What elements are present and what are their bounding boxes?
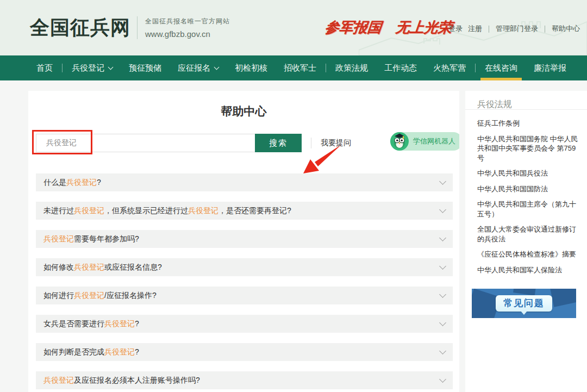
- nav-item-5[interactable]: 招收军士: [276, 55, 324, 80]
- faq-row-4[interactable]: 如何进行兵役登记/应征报名操作?: [36, 287, 453, 304]
- site-logo[interactable]: 全国征兵网: [30, 15, 130, 41]
- sidebar-link-3[interactable]: 中华人民共和国国防法: [477, 184, 582, 194]
- faq-highlight: 兵役登记: [104, 319, 135, 328]
- sidebar-link-0[interactable]: 征兵工作条例: [477, 119, 582, 128]
- common-questions-banner[interactable]: 常见问题: [472, 289, 576, 318]
- faq-highlight: 兵役登记: [43, 234, 74, 243]
- chevron-down-icon[interactable]: [439, 347, 446, 354]
- search-divider: [311, 138, 311, 148]
- faq-segment: 及应征报名必须本人注册账号操作吗?: [74, 376, 200, 384]
- faq-row-7[interactable]: 兵役登记及应征报名必须本人注册账号操作吗?: [36, 371, 453, 389]
- header-link-divider: [489, 26, 489, 33]
- faq-row-2[interactable]: 兵役登记需要每年都参加吗?: [36, 230, 453, 248]
- faq-question-text: 什么是兵役登记?: [43, 178, 440, 188]
- faq-list: 什么是兵役登记?未进行过兵役登记，但系统显示已经进行过兵役登记，是否还需要再登记…: [36, 173, 453, 389]
- nav-item-7[interactable]: 工作动态: [376, 55, 425, 80]
- nav-item-label: 招收军士: [284, 63, 316, 73]
- nav-item-3[interactable]: 应征报名: [170, 55, 227, 80]
- faq-row-3[interactable]: 如何修改兵役登记或应征报名信息?: [36, 258, 453, 276]
- faq-segment: /应征报名操作?: [104, 291, 157, 300]
- faq-question-text: 如何修改兵役登记或应征报名信息?: [43, 263, 440, 272]
- faq-segment: ?: [97, 178, 101, 186]
- faq-row-1[interactable]: 未进行过兵役登记，但系统显示已经进行过兵役登记，是否还需要再登记?: [36, 202, 453, 220]
- faq-highlight: 兵役登记: [104, 347, 135, 356]
- faq-segment: 女兵是否需要进行: [43, 319, 104, 328]
- sidebar-link-1[interactable]: 中华人民共和国国务院 中华人民共和国中央军事委员会令 第759号: [477, 134, 582, 163]
- logo-divider: [137, 16, 138, 39]
- faq-question-text: 如何进行兵役登记/应征报名操作?: [43, 291, 440, 301]
- chevron-down-icon[interactable]: [439, 178, 446, 185]
- nav-item-label: 首页: [36, 63, 53, 73]
- chsi-robot-button[interactable]: 学信网机器人: [390, 132, 459, 151]
- sidebar-link-2[interactable]: 中华人民共和国兵役法: [477, 169, 582, 178]
- nav-item-label: 应征报名: [178, 63, 210, 73]
- faq-row-6[interactable]: 如何判断是否完成兵役登记?: [36, 343, 453, 361]
- faq-question-text: 女兵是否需要进行兵役登记?: [43, 319, 440, 329]
- sidebar-links: 征兵工作条例中华人民共和国国务院 中华人民共和国中央军事委员会令 第759号中华…: [465, 110, 587, 275]
- faq-segment: ，但系统显示已经进行过: [104, 206, 188, 215]
- header-link-0[interactable]: 登录: [448, 24, 463, 34]
- nav-item-0[interactable]: 首页: [28, 55, 61, 80]
- nav-item-2[interactable]: 预征预储: [121, 55, 170, 80]
- page: 全国征兵网 全国征兵报名唯一官方网站 www.gfbzb.gov.cn 参军报国…: [0, 0, 587, 392]
- search-row: 搜索 我要提问 学信网机: [28, 134, 459, 152]
- chevron-down-icon[interactable]: [439, 263, 446, 270]
- chevron-down-icon: [214, 64, 220, 70]
- faq-segment: ?: [135, 319, 139, 328]
- sidebar-link-7[interactable]: 中华人民共和国军人保险法: [477, 265, 582, 275]
- header-link-divider: [545, 26, 545, 33]
- header-link-2[interactable]: 管理部门登录: [496, 24, 538, 34]
- nav-item-10[interactable]: 廉洁举报: [526, 55, 574, 80]
- nav-item-label: 兵役登记: [72, 63, 104, 73]
- faq-segment: 需要每年都参加吗?: [74, 234, 139, 243]
- body-area: 帮助中心 搜索 我要提问: [0, 80, 587, 392]
- page-title: 帮助中心: [28, 104, 459, 117]
- header-link-1[interactable]: 注册: [468, 24, 482, 34]
- robot-owl-icon: [390, 132, 409, 151]
- nav-item-8[interactable]: 火热军营: [425, 55, 474, 80]
- nav-item-label: 在线咨询: [485, 63, 517, 73]
- nav-item-9[interactable]: 在线咨询: [477, 55, 526, 80]
- ask-question-link[interactable]: 我要提问: [321, 138, 351, 148]
- help-center-card: 帮助中心 搜索 我要提问: [28, 91, 459, 392]
- search-input[interactable]: [36, 134, 255, 152]
- nav-item-6[interactable]: 政策法规: [327, 55, 376, 80]
- chevron-down-icon[interactable]: [439, 291, 446, 298]
- faq-question-text: 未进行过兵役登记，但系统显示已经进行过兵役登记，是否还需要再登记?: [43, 206, 440, 216]
- faq-row-5[interactable]: 女兵是否需要进行兵役登记?: [36, 315, 453, 333]
- faq-segment: 或应征报名信息?: [104, 263, 162, 271]
- chevron-down-icon[interactable]: [439, 376, 446, 383]
- faq-row-0[interactable]: 什么是兵役登记?: [36, 173, 453, 191]
- sidebar-heading: 兵役法规: [465, 91, 587, 109]
- main-nav: 首页兵役登记预征预储应征报名初检初核招收军士政策法规工作动态火热军营在线咨询廉洁…: [0, 55, 587, 80]
- search-button[interactable]: 搜索: [255, 134, 302, 152]
- banner-silhouette: [549, 289, 576, 307]
- header-link-3[interactable]: 帮助中心: [552, 24, 580, 34]
- faq-segment: 如何进行: [43, 291, 74, 300]
- sidebar-link-6[interactable]: 《应征公民体格检查标准》摘要: [477, 250, 582, 259]
- chevron-down-icon[interactable]: [439, 319, 446, 326]
- chevron-down-icon[interactable]: [439, 206, 446, 213]
- faq-highlight: 兵役登记: [74, 291, 104, 300]
- nav-item-label: 火热军营: [433, 63, 466, 73]
- site-taglines: 全国征兵报名唯一官方网站 www.gfbzb.gov.cn: [145, 17, 230, 39]
- chevron-down-icon[interactable]: [439, 234, 446, 241]
- faq-highlight: 兵役登记: [43, 376, 74, 384]
- nav-item-4[interactable]: 初检初核: [227, 55, 276, 80]
- common-questions-label: 常见问题: [496, 295, 552, 312]
- slogan-calligraphy: 参军报国 无上光荣: [324, 18, 453, 37]
- sidebar-link-5[interactable]: 全国人大常委会审议通过新修订的兵役法: [477, 225, 582, 244]
- sidebar-link-4[interactable]: 中华人民共和国主席令（第九十五号）: [477, 200, 582, 219]
- faq-segment: ，是否还需要再登记?: [218, 206, 291, 215]
- sidebar-regulations: 兵役法规 征兵工作条例中华人民共和国国务院 中华人民共和国中央军事委员会令 第7…: [465, 91, 587, 392]
- nav-divider: [62, 64, 63, 72]
- nav-item-label: 廉洁举报: [534, 63, 566, 73]
- header-links: 登录注册管理部门登录帮助中心: [446, 24, 583, 34]
- faq-segment: ?: [135, 347, 139, 356]
- nav-item-label: 预征预储: [129, 63, 161, 73]
- faq-segment: 什么是: [43, 178, 66, 186]
- robot-label: 学信网机器人: [413, 136, 455, 146]
- nav-item-label: 初检初核: [235, 63, 267, 73]
- nav-item-1[interactable]: 兵役登记: [64, 55, 121, 80]
- faq-question-text: 兵役登记需要每年都参加吗?: [43, 234, 440, 244]
